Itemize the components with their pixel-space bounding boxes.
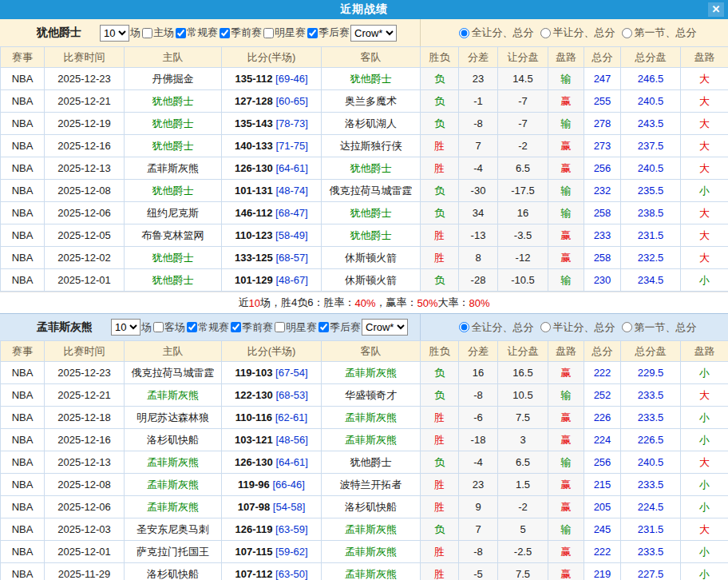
cell-total-points: 273 [584,135,621,157]
filter-item[interactable]: 明星赛 [262,26,306,40]
filter-item[interactable]: 季前赛 [218,26,262,40]
filter-item[interactable]: 明星赛 [273,320,317,335]
cell-home-team: 孟菲斯灰熊 [125,474,222,496]
cell-handicap-line: -2.5 [498,541,548,563]
cell-handicap-result: 输 [548,113,584,135]
cell-league: NBA [1,496,45,518]
bookmaker-select[interactable]: Crow* [350,25,397,42]
filter-item[interactable]: 客场 [152,320,185,335]
cell-total-points: 230 [584,269,621,292]
filter-item[interactable]: 常规赛 [185,320,229,335]
cell-home-team: 犹他爵士 [125,90,222,113]
table-header-row: 赛事比赛时间主队比分(半场)客队胜负分差让分盘盘路总分总分盘盘路 [1,47,728,68]
final-score: 119-96 [238,479,270,491]
games-count-select[interactable]: 10 [100,25,129,42]
handicap-radio[interactable]: 全让分、总分 [453,26,534,40]
half-score: [66-46] [270,479,305,491]
final-score: 126-119 [235,523,272,535]
table-header-row: 赛事比赛时间主队比分(半场)客队胜负分差让分盘盘路总分总分盘盘路 [1,341,728,362]
summary-segment: 50% [417,297,437,309]
filter-checkbox[interactable] [187,322,197,332]
filter-checkbox[interactable] [220,28,230,38]
filter-item[interactable]: 季后赛 [306,26,350,40]
cell-away-team: 俄克拉荷马城雷霆 [322,180,421,202]
filter-checkbox[interactable] [142,28,152,38]
cell-away-team: 奥兰多魔术 [322,90,421,113]
cell-win-loss: 胜 [421,407,459,429]
cell-total-line: 233.5 [621,541,681,563]
games-count-select[interactable]: 10 [111,319,140,336]
cell-handicap-line: 16.5 [498,362,548,384]
filter-checkbox[interactable] [275,322,285,332]
filter-controls: 犹他爵士 10 场 主场常规赛季前赛明星赛季后赛 Crow* [0,19,420,46]
filter-item[interactable]: 常规赛 [174,26,218,40]
handicap-radio-input[interactable] [540,28,551,38]
summary-segment: 近 [238,296,248,310]
cell-score: 110-123 [58-49] [222,224,322,247]
handicap-radio-input[interactable] [622,322,632,332]
cell-score: 119-103 [67-54] [222,362,322,384]
handicap-radio[interactable]: 第一节、总分 [615,320,697,335]
column-header: 主队 [125,47,222,68]
handicap-radio[interactable]: 半让分、总分 [534,320,615,335]
cell-handicap-line: 10.5 [498,384,548,407]
table-row: NBA2025-12-21孟菲斯灰熊122-130 [68-53]华盛顿奇才负-… [1,384,728,407]
cell-over-under: 大 [681,247,728,269]
column-header: 胜负 [421,47,459,68]
column-header: 总分 [584,341,621,362]
cell-total-points: 232 [584,180,621,202]
cell-away-team: 洛杉矶快船 [322,496,421,518]
cell-handicap-line: -3.5 [498,224,548,247]
handicap-radio[interactable]: 第一节、总分 [615,26,697,40]
filter-checkbox[interactable] [176,28,186,38]
cell-home-team: 俄克拉荷马城雷霆 [125,362,222,384]
final-score: 135-112 [235,73,272,85]
cell-win-loss: 胜 [421,224,459,247]
handicap-radio-input[interactable] [459,322,469,332]
half-score: [60-65] [273,95,308,107]
cell-league: NBA [1,384,45,407]
cell-away-team: 孟菲斯灰熊 [322,407,421,429]
half-score: [48-74] [273,185,308,197]
close-icon[interactable]: ✕ [708,2,724,17]
filter-item[interactable]: 主场 [140,26,174,40]
cell-total-line: 235.5 [621,180,681,202]
bookmaker-select[interactable]: Crow* [362,319,408,336]
cell-over-under: 大 [681,68,728,90]
cell-score: 107-115 [59-62] [222,541,322,563]
handicap-radio-input[interactable] [459,28,469,38]
radio-label: 第一节、总分 [635,26,697,40]
cell-score: 110-116 [62-61] [222,407,322,429]
filter-checkbox[interactable] [318,322,329,332]
column-header: 比赛时间 [45,341,125,362]
filter-checkbox[interactable] [231,322,241,332]
filter-checkbox[interactable] [263,28,274,38]
filter-item[interactable]: 季前赛 [229,320,273,335]
cell-total-points: 258 [584,202,621,224]
filter-checkbox[interactable] [307,28,318,38]
cell-match-date: 2025-12-03 [45,518,125,541]
handicap-radio-group: 全让分、总分半让分、总分第一节、总分 [420,314,728,340]
handicap-radio-input[interactable] [540,322,551,332]
cell-handicap-result: 赢 [548,135,584,157]
column-header: 盘路 [681,341,728,362]
cell-away-team: 犹他爵士 [322,224,421,247]
cell-win-loss: 胜 [421,429,459,451]
final-score: 107-115 [235,546,272,558]
half-score: [62-61] [272,411,307,423]
handicap-radio[interactable]: 全让分、总分 [453,320,534,335]
cell-home-team: 犹他爵士 [125,269,222,292]
handicap-radio-input[interactable] [622,28,632,38]
final-score: 140-133 [235,140,273,152]
filter-item[interactable]: 季后赛 [317,320,361,335]
cell-league: NBA [1,451,45,474]
handicap-radio[interactable]: 半让分、总分 [534,26,615,40]
column-header: 赛事 [1,47,45,68]
cell-point-diff: -30 [459,180,498,202]
summary-segment: 80% [469,297,489,309]
cell-win-loss: 负 [421,451,459,474]
summary-segment: ，赢率： [375,296,417,310]
final-score: 101-129 [235,274,273,286]
filter-checkbox[interactable] [153,322,164,332]
cell-total-points: 222 [584,541,621,563]
